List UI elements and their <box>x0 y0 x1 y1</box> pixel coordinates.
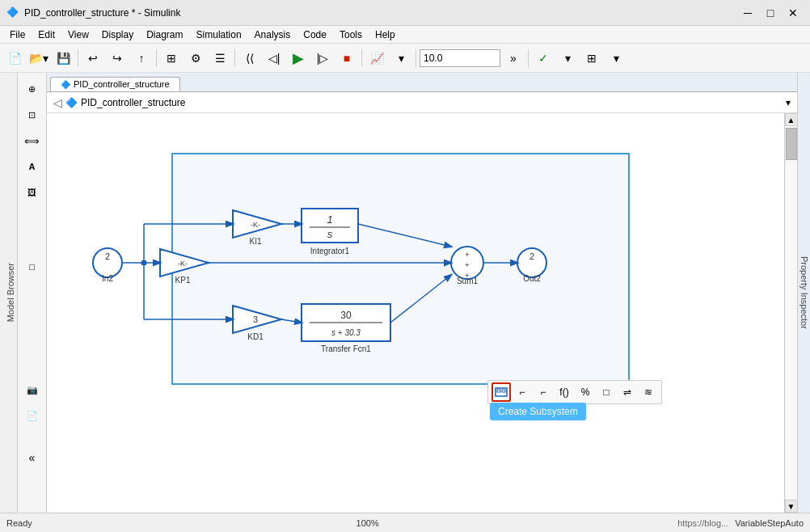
breadcrumb-dropdown-btn[interactable]: ▾ <box>786 97 791 108</box>
svg-text:+: + <box>465 261 469 269</box>
tab-pid-controller[interactable]: 🔷 PID_controller_structure <box>50 77 180 91</box>
svg-text:30: 30 <box>340 310 352 321</box>
sep4 <box>361 49 362 67</box>
ctx-ramp-btn[interactable]: ⌐ <box>534 382 553 402</box>
tab-icon: 🔷 <box>61 80 70 89</box>
window-controls: ─ □ ✕ <box>737 5 804 21</box>
undo-btn[interactable]: ↩ <box>82 47 104 70</box>
menu-view[interactable]: View <box>61 27 95 42</box>
camera-btn[interactable]: 📷 <box>21 378 44 401</box>
ctx-box-btn[interactable]: □ <box>597 382 616 402</box>
svg-text:Out2: Out2 <box>523 274 541 283</box>
rewind-btn[interactable]: ⟨⟨ <box>238 47 261 70</box>
run-btn[interactable]: ▶ <box>287 47 310 70</box>
diagram-svg: 2 In2 -K- KP1 -K- KI1 3 KD1 <box>47 113 784 513</box>
menu-btn[interactable]: ☰ <box>209 47 231 70</box>
ctx-route-btn[interactable]: ⇌ <box>618 382 637 402</box>
redo-btn[interactable]: ↪ <box>106 47 129 70</box>
menu-diagram[interactable]: Diagram <box>140 27 189 42</box>
property-inspector-panel[interactable]: Property Inspector <box>797 73 810 513</box>
sep6 <box>528 49 529 67</box>
ctx-wifi-btn[interactable]: ≋ <box>639 382 658 402</box>
menu-display[interactable]: Display <box>95 27 140 42</box>
up-btn[interactable]: ↑ <box>130 47 153 70</box>
menu-edit[interactable]: Edit <box>32 27 61 42</box>
svg-rect-0 <box>172 154 629 384</box>
breadcrumb-path: PID_controller_structure <box>81 97 185 108</box>
text-btn[interactable]: A <box>21 155 44 178</box>
stop-btn[interactable]: ■ <box>335 47 358 70</box>
menu-code[interactable]: Code <box>297 27 333 42</box>
chart-btn[interactable]: 📈 <box>365 47 388 70</box>
model-browser-label: Model Browser <box>4 260 17 325</box>
scrollbar-thumb[interactable] <box>786 128 797 160</box>
svg-point-42 <box>141 260 147 266</box>
svg-text:-K-: -K- <box>178 260 188 268</box>
svg-text:Transfer Fcn1: Transfer Fcn1 <box>321 344 371 353</box>
grid-dropdown[interactable]: ▾ <box>605 47 627 70</box>
svg-text:1: 1 <box>327 213 332 226</box>
menu-analysis[interactable]: Analysis <box>248 27 297 42</box>
simulink-canvas[interactable]: 2 In2 -K- KP1 -K- KI1 3 KD1 <box>47 113 784 513</box>
zoom-fit-btn[interactable]: ⊕ <box>21 78 44 100</box>
svg-text:+: + <box>465 251 469 259</box>
menu-help[interactable]: Help <box>369 27 402 42</box>
sep5 <box>416 49 416 67</box>
sim-time-input[interactable] <box>420 49 500 67</box>
svg-text:-K-: -K- <box>251 221 260 229</box>
main-layout: Model Browser ⊕ ⊡ ⟺ A 🖼 □ 📷 📄 « 🔷 PID_co… <box>0 73 810 513</box>
sep2 <box>156 49 157 67</box>
maximize-button[interactable]: □ <box>760 5 781 21</box>
step-back-btn[interactable]: ◁| <box>263 47 285 70</box>
new-btn[interactable]: 📄 <box>3 47 26 70</box>
svg-rect-45 <box>502 390 505 392</box>
menu-tools[interactable]: Tools <box>333 27 369 42</box>
canvas-with-scrollbar: 2 In2 -K- KP1 -K- KI1 3 KD1 <box>47 113 797 513</box>
open-dropdown[interactable]: 📂▾ <box>27 47 50 70</box>
status-zoom: 100% <box>247 518 488 528</box>
check-btn[interactable]: ✓ <box>532 47 555 70</box>
tool-panel: ⊕ ⊡ ⟺ A 🖼 □ 📷 📄 « <box>18 73 47 513</box>
chart-dropdown[interactable]: ▾ <box>390 47 412 70</box>
zoom-area-btn[interactable]: ⊡ <box>21 103 44 126</box>
settings-btn[interactable]: ⚙ <box>184 47 207 70</box>
grid-btn[interactable]: ⊞ <box>580 47 603 70</box>
close-button[interactable]: ✕ <box>783 5 804 21</box>
image-btn[interactable]: 🖼 <box>21 181 44 204</box>
ctx-step-btn[interactable]: ⌐ <box>513 382 532 402</box>
ctx-subsystem-btn[interactable] <box>491 382 511 402</box>
menu-simulation[interactable]: Simulation <box>190 27 248 42</box>
svg-text:s: s <box>327 228 333 240</box>
svg-text:3: 3 <box>253 315 258 324</box>
toolbar: 📄 📂▾ 💾 ↩ ↪ ↑ ⊞ ⚙ ☰ ⟨⟨ ◁| ▶ |▷ ■ 📈 ▾ » ✓ … <box>0 44 810 73</box>
svg-text:Integrator1: Integrator1 <box>310 247 350 255</box>
collapse-btn[interactable]: « <box>21 446 44 469</box>
breadcrumb-back-btn[interactable]: ◁ <box>53 96 62 109</box>
ctx-percent-btn[interactable]: % <box>576 382 595 402</box>
subsystem-icon <box>495 386 508 399</box>
scrollbar-track <box>786 126 797 500</box>
scroll-up-btn[interactable]: ▲ <box>785 113 798 126</box>
pan-btn[interactable]: ⟺ <box>21 129 44 152</box>
blocks-btn[interactable]: ⊞ <box>160 47 183 70</box>
rect-btn[interactable]: □ <box>21 255 44 278</box>
scroll-down-btn[interactable]: ▼ <box>785 500 798 513</box>
minimize-button[interactable]: ─ <box>737 5 758 21</box>
breadcrumb: ◁ 🔷 PID_controller_structure ▾ <box>47 92 797 113</box>
save-btn[interactable]: 💾 <box>52 47 74 70</box>
svg-text:KD1: KD1 <box>247 332 264 341</box>
menu-file[interactable]: File <box>3 27 32 42</box>
ctx-fcn-btn[interactable]: f() <box>555 382 574 402</box>
sep1 <box>78 49 78 67</box>
status-url: https://blog... <box>487 518 728 528</box>
svg-text:KI1: KI1 <box>249 237 261 246</box>
canvas-area: 🔷 PID_controller_structure ◁ 🔷 PID_contr… <box>47 73 797 513</box>
context-toolbar: ⌐ ⌐ f() % □ ⇌ ≋ <box>487 380 662 404</box>
more-btn[interactable]: » <box>502 47 525 70</box>
breadcrumb-icon: 🔷 <box>65 97 78 108</box>
step-fwd-btn[interactable]: |▷ <box>311 47 334 70</box>
document-btn[interactable]: 📄 <box>21 404 44 427</box>
check-dropdown[interactable]: ▾ <box>556 47 579 70</box>
property-inspector-label: Property Inspector <box>799 256 809 329</box>
svg-rect-44 <box>497 390 500 392</box>
